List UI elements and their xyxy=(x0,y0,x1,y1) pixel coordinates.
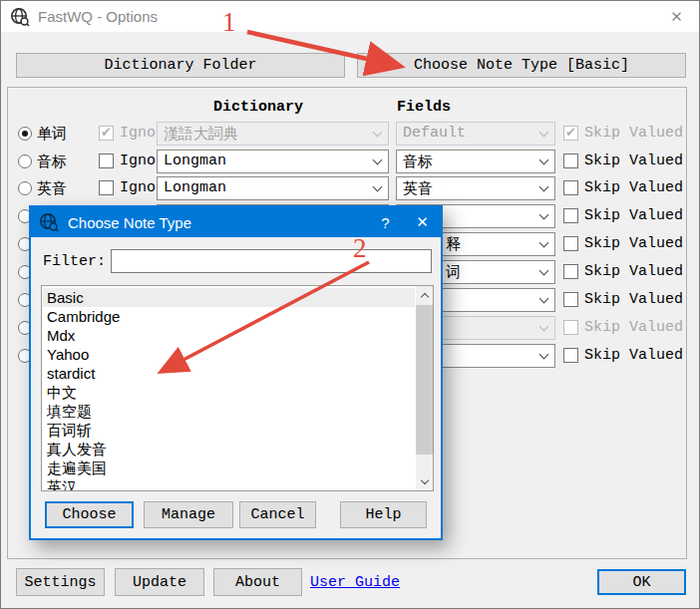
skip-valued-label: Skip Valued xyxy=(584,347,683,364)
scroll-down-icon[interactable] xyxy=(416,473,433,490)
word-type-radio[interactable] xyxy=(18,154,32,168)
choose-note-type-button[interactable]: Choose Note Type [Basic] xyxy=(357,53,686,78)
chevron-down-icon xyxy=(533,151,554,172)
word-type-radio[interactable] xyxy=(18,127,32,141)
about-button[interactable]: About xyxy=(213,568,302,596)
filter-input[interactable] xyxy=(111,249,432,273)
note-type-listbox: BasicCambridgeMdxYahoostardict中文填空题百词斩真人… xyxy=(41,285,434,491)
choose-button[interactable]: Choose xyxy=(45,501,134,528)
ok-button[interactable]: OK xyxy=(597,569,686,595)
note-type-item[interactable]: stardict xyxy=(43,364,415,383)
note-type-item[interactable]: 填空题 xyxy=(43,402,415,421)
dialog-help-button[interactable]: ? xyxy=(367,207,404,237)
note-type-item[interactable]: Basic xyxy=(43,288,415,307)
ignore-checkbox[interactable] xyxy=(99,153,114,168)
skip-valued-checkbox[interactable] xyxy=(563,236,578,251)
fields-column-header: Fields xyxy=(397,99,451,116)
fastwq-globe-icon xyxy=(10,7,30,27)
chevron-down-icon xyxy=(533,233,554,255)
skip-valued-checkbox[interactable] xyxy=(563,320,578,335)
skip-valued-checkbox[interactable] xyxy=(563,348,578,363)
skip-valued-checkbox[interactable] xyxy=(563,208,578,223)
note-type-item[interactable]: 走遍美国 xyxy=(43,458,415,477)
chevron-down-icon xyxy=(367,123,388,145)
note-type-item[interactable]: 英汉 xyxy=(43,477,415,491)
manage-button[interactable]: Manage xyxy=(144,501,233,528)
skip-valued-label: Skip Valued xyxy=(584,207,683,224)
chevron-down-icon xyxy=(533,289,554,311)
listbox-scrollbar[interactable] xyxy=(416,286,433,490)
window-title: FastWQ - Options xyxy=(38,8,158,25)
chevron-down-icon xyxy=(533,177,554,199)
note-type-item[interactable]: 百词斩 xyxy=(43,421,415,440)
dictionary-column-header: Dictionary xyxy=(213,99,303,116)
update-button[interactable]: Update xyxy=(115,568,204,596)
skip-valued-label: Skip Valued xyxy=(584,263,683,280)
chevron-down-icon xyxy=(367,177,388,199)
help-button[interactable]: Help xyxy=(340,501,427,528)
dictionary-row: 音标IgnoreLongman音标Skip Valued xyxy=(1,150,700,173)
options-window: FastWQ - Options ✕ Dictionary Folder Cho… xyxy=(0,0,700,609)
window-close-button[interactable]: ✕ xyxy=(654,1,699,32)
chevron-down-icon xyxy=(533,205,554,227)
skip-valued-label: Skip Valued xyxy=(584,179,683,196)
field-select[interactable]: 音标 xyxy=(396,150,555,173)
dialog-button-row: ChooseManageCancelHelp xyxy=(31,501,441,528)
title-bar: FastWQ - Options ✕ xyxy=(1,1,699,32)
skip-valued-checkbox[interactable] xyxy=(563,180,578,195)
skip-valued-checkbox[interactable] xyxy=(563,153,578,168)
dictionary-select[interactable]: Longman xyxy=(157,150,389,173)
chevron-down-icon xyxy=(533,317,554,339)
cancel-button[interactable]: Cancel xyxy=(239,501,316,528)
chevron-down-icon xyxy=(533,123,554,145)
ignore-checkbox[interactable] xyxy=(99,126,114,141)
choose-note-type-dialog: Choose Note Type ? ✕ Filter: BasicCambri… xyxy=(29,205,443,540)
chevron-down-icon xyxy=(533,345,554,367)
settings-button[interactable]: Settings xyxy=(16,568,105,596)
note-type-item[interactable]: 真人发音 xyxy=(43,440,415,458)
user-guide-link[interactable]: User Guide xyxy=(310,574,400,591)
dialog-title: Choose Note Type xyxy=(68,214,191,231)
fastwq-globe-icon xyxy=(39,212,59,232)
word-type-label: 单词 xyxy=(37,125,67,144)
note-type-item[interactable]: Cambridge xyxy=(43,307,415,326)
field-select[interactable]: Default xyxy=(396,122,555,146)
field-select[interactable]: 英音 xyxy=(396,176,555,200)
note-type-item[interactable]: 中文 xyxy=(43,383,415,402)
scrollbar-thumb[interactable] xyxy=(416,305,433,455)
dialog-close-button[interactable]: ✕ xyxy=(404,207,441,237)
skip-valued-label: Skip Valued xyxy=(584,152,683,169)
skip-valued-checkbox[interactable] xyxy=(563,264,578,279)
filter-label: Filter: xyxy=(43,253,106,270)
dictionary-select[interactable]: 漢語大詞典 xyxy=(157,122,389,146)
chevron-down-icon xyxy=(367,151,388,172)
note-type-item[interactable]: Mdx xyxy=(43,326,415,345)
dialog-title-bar: Choose Note Type ? ✕ xyxy=(31,207,441,237)
skip-valued-checkbox[interactable] xyxy=(563,292,578,307)
ignore-checkbox[interactable] xyxy=(99,180,114,195)
word-type-label: 英音 xyxy=(37,179,67,198)
note-type-item[interactable]: Yahoo xyxy=(43,345,415,364)
skip-valued-label: Skip Valued xyxy=(584,125,683,142)
dictionary-row: 单词Ignore漢語大詞典DefaultSkip Valued xyxy=(1,122,700,146)
word-type-label: 音标 xyxy=(37,152,67,171)
scroll-up-icon[interactable] xyxy=(416,286,433,303)
skip-valued-label: Skip Valued xyxy=(584,319,683,336)
dictionary-select[interactable]: Longman xyxy=(157,176,389,200)
skip-valued-label: Skip Valued xyxy=(584,291,683,308)
skip-valued-checkbox[interactable] xyxy=(563,126,578,141)
chevron-down-icon xyxy=(533,261,554,283)
word-type-radio[interactable] xyxy=(18,181,32,195)
skip-valued-label: Skip Valued xyxy=(584,235,683,252)
dictionary-folder-button[interactable]: Dictionary Folder xyxy=(16,53,345,78)
dictionary-row: 英音IgnoreLongman英音Skip Valued xyxy=(1,176,700,200)
